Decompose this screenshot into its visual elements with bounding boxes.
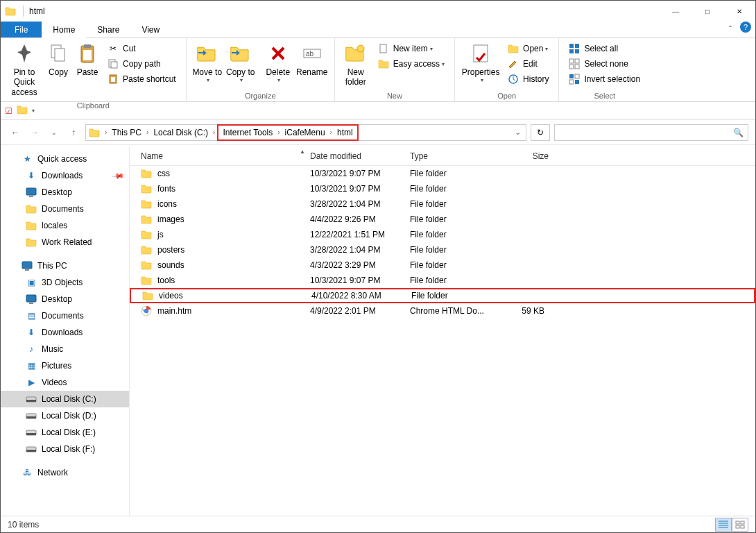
invert-selection-button[interactable]: Invert selection bbox=[566, 71, 643, 87]
file-row[interactable]: posters3/28/2022 1:04 PMFile folder bbox=[130, 242, 755, 257]
edit-button[interactable]: Edit bbox=[505, 56, 551, 71]
open-icon bbox=[508, 43, 519, 54]
folder-icon bbox=[141, 183, 152, 194]
column-header-size[interactable]: Size bbox=[492, 151, 549, 161]
search-input[interactable]: 🔍 bbox=[554, 124, 748, 141]
chevron-right-icon[interactable]: › bbox=[275, 128, 282, 136]
svg-rect-33 bbox=[736, 521, 739, 524]
select-none-button[interactable]: Select none bbox=[566, 56, 643, 71]
tree-quick-access[interactable]: ★Quick access bbox=[1, 151, 129, 167]
history-button[interactable]: History bbox=[505, 71, 551, 87]
forward-button[interactable]: → bbox=[27, 125, 42, 140]
cut-button[interactable]: ✂Cut bbox=[105, 41, 179, 56]
file-row[interactable]: sounds4/3/2022 3:29 PMFile folder bbox=[130, 257, 755, 273]
file-row[interactable]: css10/3/2021 9:07 PMFile folder bbox=[130, 166, 755, 181]
home-tab[interactable]: Home bbox=[42, 22, 86, 37]
large-icons-view-button[interactable] bbox=[732, 518, 748, 532]
new-folder-button[interactable]: New folder bbox=[339, 40, 372, 90]
breadcrumb-internet-tools[interactable]: Internet Tools bbox=[220, 126, 275, 139]
qat-check-icon[interactable]: ☑ bbox=[5, 106, 12, 116]
folder-icon bbox=[141, 275, 152, 286]
easy-access-icon bbox=[378, 58, 389, 69]
rename-button[interactable]: ab Rename bbox=[294, 40, 330, 80]
address-bar[interactable]: › This PC › Local Disk (C:) › Internet T… bbox=[85, 124, 526, 141]
column-headers: Name▲ Date modified Type Size bbox=[130, 146, 755, 166]
tree-local-disk-e[interactable]: Local Disk (E:) bbox=[1, 424, 129, 441]
column-header-type[interactable]: Type bbox=[410, 151, 492, 161]
tree-pictures[interactable]: ▦Pictures bbox=[1, 357, 129, 374]
file-row[interactable]: icons3/28/2022 1:04 PMFile folder bbox=[130, 196, 755, 212]
chevron-right-icon[interactable]: › bbox=[211, 128, 217, 136]
back-button[interactable]: ← bbox=[8, 125, 23, 140]
tree-documents[interactable]: ▤Documents bbox=[1, 307, 129, 324]
move-to-button[interactable]: Move to▾ bbox=[191, 40, 224, 87]
pin-icon bbox=[13, 42, 35, 65]
address-dropdown-button[interactable]: ⌄ bbox=[513, 128, 523, 137]
chevron-right-icon[interactable]: › bbox=[328, 128, 334, 136]
column-header-name[interactable]: Name▲ bbox=[130, 151, 310, 161]
tree-local-disk-d[interactable]: Local Disk (D:) bbox=[1, 407, 129, 424]
qat-dropdown-icon[interactable]: ▾ bbox=[32, 108, 35, 114]
collapse-ribbon-button[interactable]: ˆ bbox=[723, 22, 737, 37]
properties-button[interactable]: Properties▾ bbox=[459, 40, 502, 87]
paste-button[interactable]: Paste bbox=[73, 40, 102, 80]
recent-locations-button[interactable]: ⌄ bbox=[46, 125, 62, 140]
new-item-button[interactable]: New item▾ bbox=[375, 41, 447, 56]
file-name: icons bbox=[157, 199, 310, 209]
copy-to-button[interactable]: Copy to▾ bbox=[224, 40, 257, 87]
breadcrumb-html[interactable]: html bbox=[334, 126, 356, 139]
easy-access-button[interactable]: Easy access▾ bbox=[375, 56, 447, 71]
pin-to-quick-access-button[interactable]: Pin to Quick access bbox=[5, 40, 44, 100]
tree-locales[interactable]: locales bbox=[1, 217, 129, 234]
chevron-right-icon[interactable]: › bbox=[103, 128, 109, 136]
file-row[interactable]: main.htm4/9/2022 2:01 PMChrome HTML Do..… bbox=[130, 303, 755, 319]
view-tab[interactable]: View bbox=[130, 22, 171, 37]
delete-button[interactable]: Delete▾ bbox=[262, 40, 294, 87]
folder-icon bbox=[26, 237, 37, 248]
tree-desktop[interactable]: Desktop bbox=[1, 291, 129, 307]
file-row[interactable]: tools10/3/2021 9:07 PMFile folder bbox=[130, 273, 755, 288]
help-icon[interactable]: ? bbox=[740, 22, 751, 33]
tree-desktop-qa[interactable]: Desktop bbox=[1, 184, 129, 201]
tree-work-related[interactable]: Work Related bbox=[1, 234, 129, 251]
tree-this-pc[interactable]: This PC bbox=[1, 257, 129, 274]
svg-rect-22 bbox=[575, 44, 579, 48]
refresh-button[interactable]: ↻ bbox=[531, 124, 550, 141]
file-row[interactable]: images4/4/2022 9:26 PMFile folder bbox=[130, 212, 755, 227]
chevron-right-icon[interactable]: › bbox=[144, 128, 151, 136]
tree-downloads-qa[interactable]: ⬇Downloads📌 bbox=[1, 167, 129, 184]
documents-icon: ▤ bbox=[26, 310, 37, 321]
file-date: 4/10/2022 8:30 AM bbox=[311, 291, 411, 301]
minimize-button[interactable]: — bbox=[660, 1, 691, 22]
file-tab[interactable]: File bbox=[1, 22, 42, 37]
up-button[interactable]: ↑ bbox=[66, 125, 81, 140]
open-button[interactable]: Open▾ bbox=[505, 41, 551, 56]
tree-documents-qa[interactable]: Documents bbox=[1, 201, 129, 217]
file-row[interactable]: js12/22/2021 1:51 PMFile folder bbox=[130, 227, 755, 242]
paste-shortcut-button[interactable]: Paste shortcut bbox=[105, 71, 179, 87]
tree-local-disk-f[interactable]: Local Disk (F:) bbox=[1, 441, 129, 457]
tree-local-disk-c[interactable]: Local Disk (C:) bbox=[1, 391, 129, 407]
column-header-date[interactable]: Date modified bbox=[310, 151, 410, 161]
breadcrumb-local-disk-c[interactable]: Local Disk (C:) bbox=[151, 125, 211, 140]
copy-button[interactable]: Copy bbox=[44, 40, 73, 80]
svg-rect-9 bbox=[84, 44, 91, 48]
tree-network[interactable]: 🖧Network bbox=[1, 464, 129, 481]
breadcrumb-this-pc[interactable]: This PC bbox=[109, 125, 144, 140]
file-row[interactable]: fonts10/3/2021 9:07 PMFile folder bbox=[130, 181, 755, 196]
qat-folder-icon[interactable] bbox=[17, 104, 28, 117]
three-d-icon: ▣ bbox=[26, 277, 37, 288]
tree-videos[interactable]: ▶Videos bbox=[1, 374, 129, 391]
close-button[interactable]: ✕ bbox=[723, 1, 755, 22]
details-view-button[interactable] bbox=[715, 518, 732, 532]
tree-music[interactable]: ♪Music bbox=[1, 341, 129, 357]
select-all-button[interactable]: Select all bbox=[566, 41, 643, 56]
paste-shortcut-icon bbox=[108, 74, 119, 85]
maximize-button[interactable]: □ bbox=[691, 1, 723, 22]
file-row[interactable]: videos4/10/2022 8:30 AMFile folder bbox=[130, 288, 755, 303]
share-tab[interactable]: Share bbox=[86, 22, 130, 37]
tree-3d-objects[interactable]: ▣3D Objects bbox=[1, 274, 129, 291]
breadcrumb-icafemenu[interactable]: iCafeMenu bbox=[282, 126, 328, 139]
tree-downloads[interactable]: ⬇Downloads bbox=[1, 324, 129, 341]
copy-path-button[interactable]: Copy path bbox=[105, 56, 179, 71]
